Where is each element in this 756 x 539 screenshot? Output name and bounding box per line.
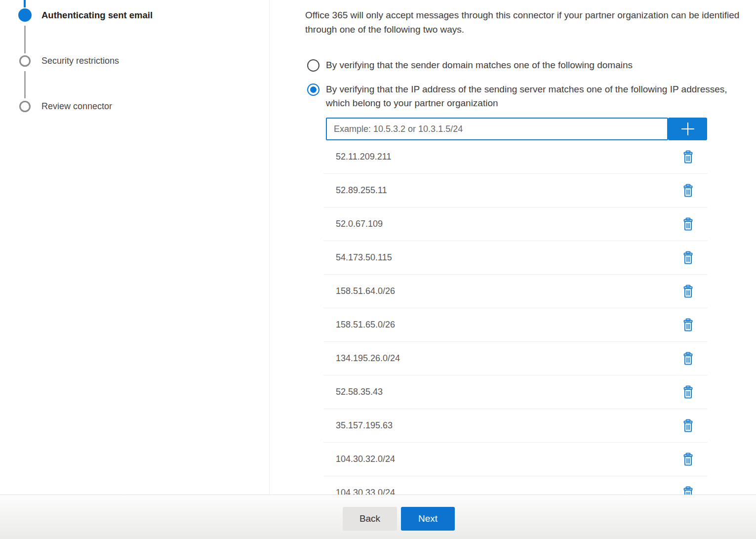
ip-address-value: 52.58.35.43: [336, 387, 383, 397]
step-current-dot-icon: [18, 8, 32, 22]
step-upcoming-circle-icon: [19, 101, 31, 112]
ip-address-row: 52.0.67.109: [323, 207, 708, 241]
radio-option-ip-address[interactable]: By verifying that the IP address of the …: [307, 83, 756, 110]
ip-address-row: 52.11.209.211: [323, 140, 708, 174]
ip-address-value: 134.195.26.0/24: [336, 353, 400, 364]
ip-address-value: 158.51.64.0/26: [336, 286, 395, 296]
intro-text: Office 365 will only accept messages thr…: [305, 8, 756, 37]
delete-ip-button[interactable]: [681, 317, 695, 332]
trash-icon: [682, 318, 694, 332]
trash-icon: [682, 150, 694, 164]
ip-address-row: 134.195.26.0/24: [323, 342, 708, 375]
add-ip-button[interactable]: [668, 118, 707, 140]
step-label: Review connector: [41, 101, 112, 112]
step-label: Security restrictions: [41, 56, 119, 66]
delete-ip-button[interactable]: [681, 384, 695, 400]
radio-option-label: By verifying that the sender domain matc…: [326, 58, 633, 72]
ip-address-value: 52.11.209.211: [336, 152, 391, 162]
ip-entry-row: [326, 118, 756, 140]
connector-wizard-page: Authenticating sent email Security restr…: [0, 0, 756, 539]
ip-address-value: 52.89.255.11: [336, 185, 387, 196]
ip-address-value: 35.157.195.63: [336, 420, 393, 431]
step-indicator-slot: [18, 8, 32, 22]
radio-option-label: By verifying that the IP address of the …: [326, 83, 731, 110]
wizard-step-authenticating-sent-email[interactable]: Authenticating sent email: [18, 8, 153, 22]
step-upcoming-circle-icon: [19, 55, 31, 67]
ip-address-row: 158.51.65.0/26: [323, 308, 708, 342]
wizard-step-security-restrictions[interactable]: Security restrictions: [18, 55, 119, 67]
step-connector-top: [24, 0, 26, 7]
radio-unselected-icon[interactable]: [307, 59, 319, 72]
ip-address-row: 158.51.64.0/26: [323, 275, 708, 308]
ip-address-value: 54.173.50.115: [336, 252, 392, 263]
delete-ip-button[interactable]: [681, 149, 695, 165]
step-connector: [24, 26, 26, 53]
radio-option-sender-domain[interactable]: By verifying that the sender domain matc…: [307, 58, 756, 72]
ip-address-row: 52.89.255.11: [323, 174, 708, 207]
step-label: Authenticating sent email: [41, 10, 153, 21]
trash-icon: [682, 184, 694, 197]
panel-divider: [269, 0, 270, 495]
delete-ip-button[interactable]: [681, 183, 695, 198]
delete-ip-button[interactable]: [681, 284, 695, 299]
delete-ip-button[interactable]: [681, 418, 695, 433]
ip-address-value: 52.0.67.109: [336, 219, 383, 229]
ip-address-row: 35.157.195.63: [323, 409, 708, 443]
radio-selected-icon[interactable]: [307, 83, 319, 96]
ip-address-value: 158.51.65.0/26: [336, 320, 395, 330]
trash-icon: [682, 251, 694, 264]
wizard-footer: Back Next: [0, 495, 756, 539]
ip-address-row: 54.173.50.115: [323, 241, 708, 275]
trash-icon: [682, 385, 694, 399]
ip-address-input[interactable]: [326, 118, 668, 140]
plus-icon: [680, 121, 696, 137]
step-indicator-slot: [18, 101, 32, 112]
back-button[interactable]: Back: [343, 507, 397, 531]
ip-address-row: 104.30.32.0/24: [323, 443, 708, 476]
ip-address-row: 52.58.35.43: [323, 375, 708, 409]
ip-address-list: 52.11.209.211 52.89.255.11: [323, 140, 708, 510]
wizard-step-review-connector[interactable]: Review connector: [18, 101, 112, 112]
ip-address-value: 104.30.32.0/24: [336, 454, 395, 464]
step-indicator-slot: [18, 55, 32, 67]
delete-ip-button[interactable]: [681, 250, 695, 265]
wizard-steps-rail: Authenticating sent email Security restr…: [0, 0, 269, 495]
trash-icon: [682, 419, 694, 432]
trash-icon: [682, 217, 694, 231]
trash-icon: [682, 352, 694, 365]
step-connector: [24, 71, 26, 98]
trash-icon: [682, 285, 694, 298]
delete-ip-button[interactable]: [681, 452, 695, 467]
next-button[interactable]: Next: [401, 507, 455, 531]
authenticating-sent-email-panel: Office 365 will only accept messages thr…: [305, 0, 756, 495]
delete-ip-button[interactable]: [681, 216, 695, 232]
trash-icon: [682, 453, 694, 466]
delete-ip-button[interactable]: [681, 351, 695, 366]
